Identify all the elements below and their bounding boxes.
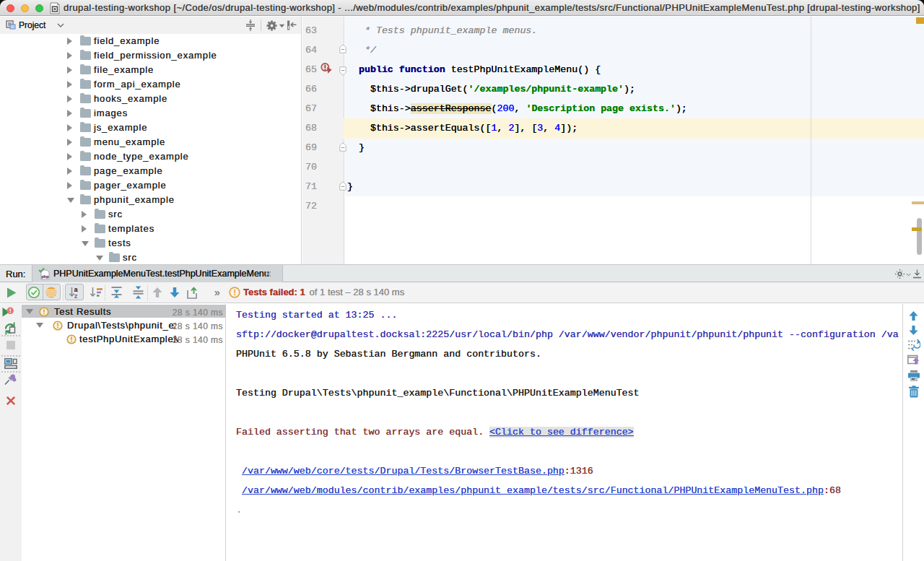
svg-text:z: z <box>74 292 77 299</box>
svg-text:php: php <box>41 274 49 279</box>
